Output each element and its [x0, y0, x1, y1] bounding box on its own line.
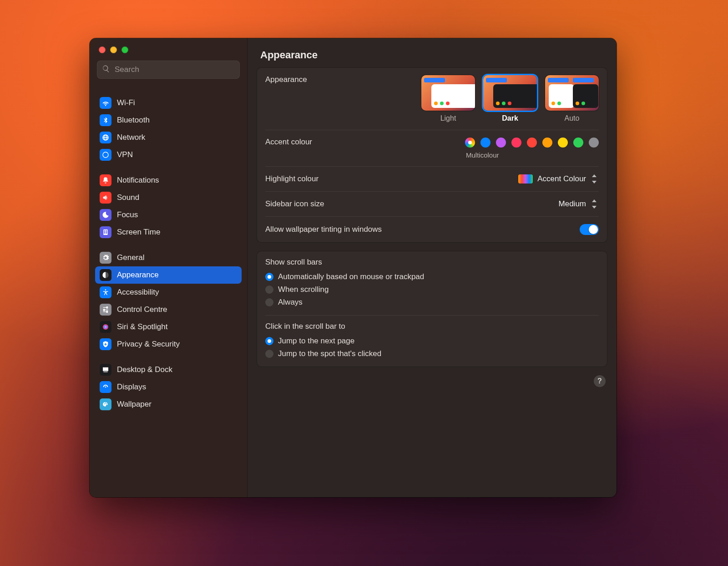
radio-label: Jump to the spot that's clicked	[278, 349, 381, 358]
accent-option-yellow[interactable]	[558, 138, 568, 148]
sidebar-item-desktopDock[interactable]: Desktop & Dock	[95, 361, 242, 378]
accent-option-multicolour[interactable]	[465, 138, 475, 148]
main-content: Appearance Appearance LightDarkAuto Acce…	[248, 38, 617, 497]
sidebar-item-network[interactable]: Network	[95, 129, 242, 146]
sidebar-item-label: VPN	[117, 150, 133, 159]
wifi-icon	[100, 97, 111, 109]
sidebar-item-label: Control Centre	[117, 305, 167, 314]
minimize-window-button[interactable]	[110, 46, 117, 53]
scroll-click-title: Click in the scroll bar to	[265, 322, 599, 331]
radio-label: Automatically based on mouse or trackpad	[278, 272, 424, 281]
sidebar-item-label: Screen Time	[117, 228, 160, 237]
appearance-option-auto[interactable]: Auto	[545, 75, 599, 122]
sidebar-item-label: Notifications	[117, 176, 159, 185]
accent-option-purple[interactable]	[496, 138, 506, 148]
focus-icon	[100, 209, 111, 221]
scrollBars-options-option-always[interactable]: Always	[265, 296, 599, 309]
appearance-thumb-auto	[545, 75, 599, 111]
privacy-icon	[100, 338, 111, 350]
main-body: Appearance LightDarkAuto Accent colour M…	[248, 67, 617, 497]
appearance-icon	[100, 269, 111, 281]
accent-option-orange[interactable]	[542, 138, 552, 148]
tinting-row: Allow wallpaper tinting in windows	[265, 217, 599, 242]
sidebar-item-label: Siri & Spotlight	[117, 322, 168, 331]
sidebar-item-label: Sound	[117, 193, 139, 202]
zoom-window-button[interactable]	[121, 46, 128, 53]
highlight-label: Highlight colour	[265, 174, 318, 184]
sidebar-icon-label: Sidebar icon size	[265, 199, 324, 209]
accessibility-icon	[100, 286, 111, 298]
scrollBars-options-option-auto[interactable]: Automatically based on mouse or trackpad	[265, 270, 599, 283]
scrollClick-options-option-spot[interactable]: Jump to the spot that's clicked	[265, 347, 599, 360]
sidebar-item-sound[interactable]: Sound	[95, 189, 242, 206]
sidebar-item-siri[interactable]: Siri & Spotlight	[95, 318, 242, 336]
sidebar-item-label: Appearance	[117, 270, 159, 280]
sidebar-item-privacy[interactable]: Privacy & Security	[95, 336, 242, 353]
vpn-icon	[100, 149, 111, 161]
radio-label: Jump to the next page	[278, 337, 354, 346]
sidebar-header	[90, 38, 247, 83]
accent-label: Accent colour	[265, 138, 312, 147]
accent-option-blue[interactable]	[480, 138, 490, 148]
appearance-option-label: Auto	[565, 114, 580, 122]
sidebar-item-label: Wallpaper	[117, 400, 152, 409]
tinting-label: Allow wallpaper tinting in windows	[265, 225, 382, 234]
desktopDock-icon	[100, 364, 111, 376]
close-window-button[interactable]	[99, 46, 106, 53]
highlight-select[interactable]: Accent Colour	[518, 174, 599, 184]
radio-icon	[265, 286, 273, 294]
siri-icon	[100, 321, 111, 333]
appearance-choices: LightDarkAuto	[421, 75, 599, 122]
sidebar-item-controlcentre[interactable]: Control Centre	[95, 301, 242, 318]
sidebar: Wi-FiBluetoothNetworkVPNNotificationsSou…	[90, 38, 248, 497]
sidebar-item-vpn[interactable]: VPN	[95, 146, 242, 163]
general-icon	[100, 252, 111, 264]
scroll-bars-block: Show scroll bars Automatically based on …	[265, 251, 599, 316]
accent-wrap: Multicolour	[465, 138, 599, 159]
search-field[interactable]	[97, 61, 240, 79]
scrollClick-options-option-nextpage[interactable]: Jump to the next page	[265, 335, 599, 347]
appearance-row: Appearance LightDarkAuto	[265, 68, 599, 130]
sidebar-item-label: General	[117, 253, 144, 262]
sidebar-item-appearance[interactable]: Appearance	[95, 266, 242, 284]
appearance-option-label: Dark	[502, 114, 518, 122]
accent-selected-caption: Multicolour	[466, 151, 499, 159]
bluetooth-icon	[100, 114, 111, 126]
chevron-up-down-icon	[591, 199, 599, 209]
highlight-value: Accent Colour	[537, 174, 586, 184]
chevron-up-down-icon	[591, 174, 599, 184]
appearance-option-dark[interactable]: Dark	[483, 75, 537, 122]
accent-option-red[interactable]	[527, 138, 537, 148]
sidebar-item-label: Bluetooth	[117, 116, 150, 125]
tinting-switch[interactable]	[580, 224, 599, 235]
appearance-label: Appearance	[265, 75, 307, 84]
sidebar-item-label: Focus	[117, 210, 138, 219]
sidebar-item-bluetooth[interactable]: Bluetooth	[95, 112, 242, 129]
sidebar-icon-select[interactable]: Medium	[559, 199, 599, 209]
radio-label: Always	[278, 298, 303, 307]
sidebar-item-label: Accessibility	[117, 288, 159, 297]
help-button[interactable]: ?	[594, 375, 606, 387]
sidebar-item-wallpaper[interactable]: Wallpaper	[95, 396, 242, 413]
accent-option-green[interactable]	[573, 138, 583, 148]
sidebar-item-general[interactable]: General	[95, 249, 242, 266]
sidebar-item-focus[interactable]: Focus	[95, 206, 242, 224]
search-input[interactable]	[114, 65, 235, 75]
sidebar-item-notifications[interactable]: Notifications	[95, 172, 242, 189]
scrollBars-options-option-scrolling[interactable]: When scrolling	[265, 283, 599, 296]
displays-icon	[100, 381, 111, 393]
sidebar-icon-value: Medium	[559, 199, 586, 209]
appearance-option-light[interactable]: Light	[421, 75, 475, 122]
notifications-icon	[100, 174, 111, 186]
window-controls	[97, 45, 240, 61]
wallpaper-icon	[100, 398, 111, 410]
sidebar-item-displays[interactable]: Displays	[95, 378, 242, 396]
accent-option-pink[interactable]	[511, 138, 521, 148]
radio-label: When scrolling	[278, 285, 329, 294]
controlcentre-icon	[100, 304, 111, 316]
accent-option-graphite[interactable]	[589, 138, 599, 148]
sidebar-item-accessibility[interactable]: Accessibility	[95, 284, 242, 301]
sidebar-item-screentime[interactable]: Screen Time	[95, 224, 242, 241]
sidebar-item-wifi[interactable]: Wi-Fi	[95, 94, 242, 112]
radio-icon	[265, 298, 273, 306]
